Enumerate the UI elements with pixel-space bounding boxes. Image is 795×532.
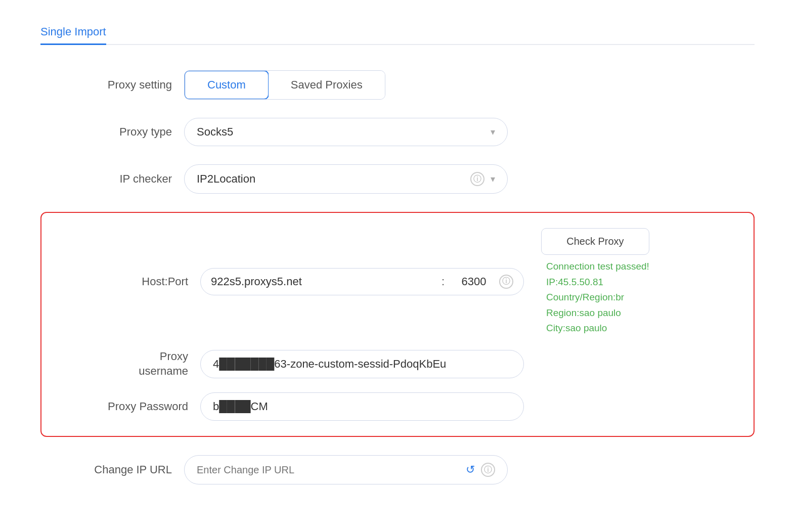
ip-checker-label: IP checker [40,172,172,187]
proxy-username-row: Proxy username [57,349,738,378]
host-port-label: Host:Port [57,275,188,289]
proxy-password-input-container [200,392,524,421]
ip-checker-controls: ⓘ ▾ [470,172,495,186]
proxy-setting-buttons: Custom Saved Proxies [184,70,385,100]
proxy-password-row: Proxy Password [57,392,738,421]
proxy-type-dropdown[interactable]: Socks5 ▾ [184,118,508,146]
proxy-username-label-line2: username [139,365,188,377]
status-line-4: Region:sao paulo [546,306,649,320]
info-icon[interactable]: ⓘ [499,275,513,289]
status-line-2: IP:45.5.50.81 [546,276,649,289]
ip-checker-row: IP checker IP2Location ⓘ ▾ [40,164,755,194]
status-line-5: City:sao paulo [546,322,649,335]
proxy-setting-saved-button[interactable]: Saved Proxies [269,71,385,99]
tab-bar: Single Import [40,20,755,45]
change-ip-url-input[interactable] [197,464,460,476]
proxy-type-row: Proxy type Socks5 ▾ [40,118,755,146]
proxy-setting-custom-button[interactable]: Custom [184,70,269,100]
proxy-username-input[interactable] [213,358,511,371]
proxy-type-value: Socks5 [197,125,233,139]
ip-checker-dropdown[interactable]: IP2Location ⓘ ▾ [184,164,508,194]
ip-checker-value: IP2Location [197,172,255,186]
host-port-input-container: : ⓘ [200,268,524,295]
proxy-setting-label: Proxy setting [40,78,172,93]
change-ip-url-row: Change IP URL ↺ ⓘ [40,455,755,484]
check-proxy-area: Check Proxy Connection test passed! IP:4… [541,228,649,335]
host-port-row: Host:Port : ⓘ Check Proxy Connection tes… [57,228,738,335]
change-ip-url-label: Change IP URL [40,463,172,477]
status-line-3: Country/Region:br [546,291,649,304]
connection-status: Connection test passed! IP:45.5.50.81 Co… [546,260,649,335]
check-proxy-button[interactable]: Check Proxy [541,228,649,255]
chevron-down-icon: ▾ [491,126,495,138]
port-separator: : [437,275,449,288]
proxy-username-label-line1: Proxy [160,350,188,363]
form-section: Proxy setting Custom Saved Proxies Proxy… [40,65,755,490]
proxy-setting-row: Proxy setting Custom Saved Proxies [40,70,755,100]
proxy-username-input-container [200,350,524,378]
proxy-type-label: Proxy type [40,125,172,140]
port-input[interactable] [454,275,494,288]
proxy-username-label: Proxy username [57,349,188,378]
proxy-password-input[interactable] [213,400,511,413]
proxy-password-label: Proxy Password [57,400,188,414]
tab-single-import[interactable]: Single Import [40,20,106,45]
info-icon[interactable]: ⓘ [481,463,495,477]
change-ip-url-input-container: ↺ ⓘ [184,455,508,484]
chevron-down-icon: ▾ [491,173,495,185]
host-input[interactable] [211,275,432,288]
status-line-1: Connection test passed! [546,260,649,274]
info-icon[interactable]: ⓘ [470,172,484,186]
proxy-credentials-section: Host:Port : ⓘ Check Proxy Connection tes… [40,212,755,437]
refresh-icon[interactable]: ↺ [466,463,475,476]
